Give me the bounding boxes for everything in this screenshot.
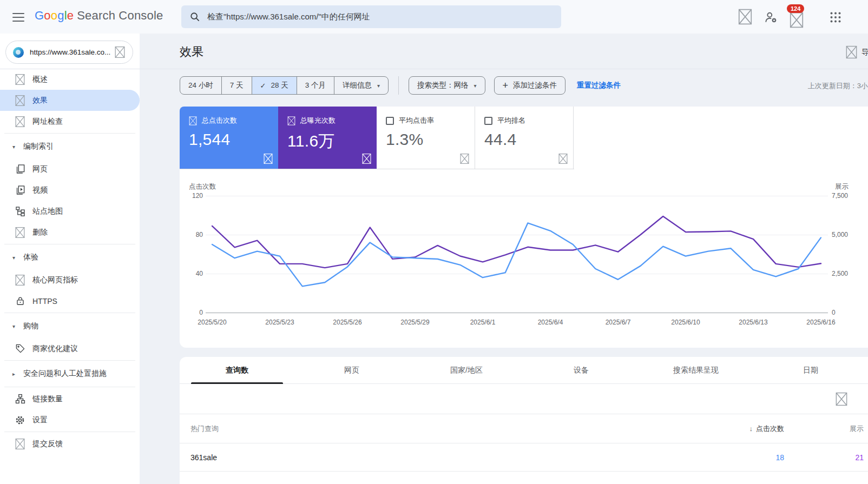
broken-image-icon — [15, 116, 25, 128]
sidebar-label: 链接数量 — [32, 394, 63, 404]
sidebar-item-performance[interactable]: 效果 — [0, 90, 140, 111]
sidebar-label: 概述 — [32, 75, 48, 84]
right-axis-tick: 2,500 — [832, 270, 864, 277]
tab-dates[interactable]: 日期 — [753, 357, 868, 383]
range-28d-button[interactable]: ✓28 天 — [252, 76, 297, 95]
clicks-cell: 18 — [698, 453, 784, 462]
sitemap-icon — [15, 206, 25, 216]
sidebar-section-label: 编制索引 — [23, 142, 54, 151]
clicks-column-header[interactable]: ↓点击次数 — [698, 424, 784, 434]
broken-image-help-icon[interactable] — [460, 153, 469, 164]
broken-image-help-icon[interactable] — [558, 153, 568, 164]
left-axis-tick: 0 — [180, 309, 203, 316]
notification-count-badge: 124 — [787, 4, 804, 13]
sidebar-label: HTTPS — [32, 297, 57, 306]
broken-image-icon[interactable] — [738, 9, 752, 25]
average-ctr-card[interactable]: 平均点击率 1.3% — [377, 107, 475, 169]
performance-chart[interactable]: 点击次数 展示 120 80 40 0 7,500 5,000 2,500 0 … — [180, 169, 868, 348]
sidebar-section-shopping[interactable]: ▾ 购物 — [0, 314, 140, 338]
reset-filters-link[interactable]: 重置过滤条件 — [577, 81, 621, 90]
check-icon: ✓ — [260, 82, 266, 90]
range-detail-button[interactable]: 详细信息▾ — [334, 76, 389, 95]
broken-image-icon — [15, 438, 25, 450]
tab-countries[interactable]: 国家/地区 — [409, 357, 524, 383]
add-filter-button[interactable]: +添加过滤条件 — [494, 76, 566, 95]
sidebar-label: 提交反馈 — [32, 439, 63, 449]
sidebar-item-overview[interactable]: 概述 — [0, 69, 140, 90]
broken-image-checkbox-icon — [287, 116, 295, 125]
search-type-button[interactable]: 搜索类型：网络▾ — [409, 76, 485, 95]
impressions-column-header[interactable]: 展示 — [784, 424, 868, 434]
card-label: 平均排名 — [497, 116, 525, 125]
sidebar-item-sitemaps[interactable]: 站点地图 — [0, 201, 140, 222]
impressions-line — [212, 216, 821, 268]
sidebar: https://www.361sale.co... 概述 效果 网址检查 ▾ 编… — [0, 34, 140, 484]
sidebar-item-feedback[interactable]: 提交反馈 — [0, 433, 140, 454]
sidebar-item-https[interactable]: HTTPS — [0, 290, 140, 311]
x-axis-tick: 2025/6/10 — [661, 319, 710, 326]
broken-image-notification-icon[interactable] — [790, 12, 804, 28]
average-position-card[interactable]: 平均排名 44.4 — [475, 107, 574, 169]
sidebar-section-experience[interactable]: ▾ 体验 — [0, 246, 140, 269]
sidebar-divider — [4, 432, 135, 432]
total-clicks-card[interactable]: 总点击次数 1,544 — [180, 107, 278, 169]
range-3m-button[interactable]: 3 个月 — [297, 76, 334, 95]
x-axis-tick: 2025/5/20 — [188, 319, 236, 326]
query-column-header[interactable]: 热门查询 — [190, 424, 698, 434]
sidebar-item-merchant-suggestions[interactable]: 商家优化建议 — [0, 338, 140, 359]
sidebar-item-settings[interactable]: 设置 — [0, 409, 140, 430]
broken-image-dropdown-icon — [115, 46, 125, 58]
range-24h-button[interactable]: 24 小时 — [180, 76, 222, 95]
video-pages-icon — [15, 185, 25, 195]
header-divider — [0, 69, 868, 69]
user-settings-icon[interactable] — [764, 10, 778, 24]
tab-devices[interactable]: 设备 — [524, 357, 639, 383]
tab-search-appearance[interactable]: 搜索结果呈现 — [639, 357, 753, 383]
sidebar-item-links[interactable]: 链接数量 — [0, 388, 140, 409]
sidebar-section-label: 体验 — [23, 253, 38, 262]
google-apps-grid-icon[interactable] — [829, 11, 842, 24]
search-icon — [190, 12, 200, 22]
x-axis-tick: 2025/6/1 — [458, 319, 507, 326]
impressions-cell: 21 — [784, 453, 868, 462]
app-logo[interactable]: GoogleSearch Console — [35, 9, 163, 23]
sidebar-section-security[interactable]: ▸ 安全问题和人工处置措施 — [0, 362, 140, 386]
broken-image-icon — [15, 274, 25, 286]
sidebar-label: 核心网页指标 — [32, 275, 78, 285]
property-selector[interactable]: https://www.361sale.co... — [5, 41, 133, 64]
plus-icon: + — [503, 80, 509, 91]
tab-pages[interactable]: 网页 — [294, 357, 409, 383]
total-impressions-card[interactable]: 总曝光次数 11.6万 — [278, 107, 377, 169]
export-button[interactable]: 导 — [846, 45, 868, 59]
sidebar-section-indexing[interactable]: ▾ 编制索引 — [0, 135, 140, 158]
card-label: 平均点击率 — [399, 116, 434, 125]
broken-image-icon — [15, 74, 25, 85]
chevron-right-icon: ▸ — [12, 371, 18, 377]
search-placeholder: 检查"https://www.361sale.com/"中的任何网址 — [207, 12, 370, 22]
sidebar-item-url-inspection[interactable]: 网址检查 — [0, 111, 140, 132]
broken-image-filter-icon[interactable] — [836, 392, 847, 406]
broken-image-help-icon[interactable] — [264, 153, 273, 164]
sidebar-item-videos[interactable]: 视频 — [0, 180, 140, 201]
gear-icon — [15, 415, 25, 426]
tab-queries[interactable]: 查询数 — [180, 357, 294, 383]
position-checkbox[interactable] — [484, 117, 492, 125]
chevron-down-icon: ▾ — [12, 144, 18, 150]
table-row[interactable]: 361sale 18 21 — [180, 443, 868, 472]
performance-panel: 总点击次数 1,544 总曝光次数 11.6万 平均点击率 1.3% — [180, 107, 868, 348]
sidebar-item-core-web-vitals[interactable]: 核心网页指标 — [0, 269, 140, 290]
sidebar-item-pages[interactable]: 网页 — [0, 158, 140, 180]
broken-image-help-icon[interactable] — [362, 153, 371, 164]
url-inspect-search-input[interactable]: 检查"https://www.361sale.com/"中的任何网址 — [181, 5, 561, 28]
hamburger-menu-icon[interactable] — [11, 10, 25, 23]
sidebar-divider — [4, 244, 135, 244]
query-cell[interactable]: 361sale — [190, 453, 698, 462]
sidebar-label: 设置 — [32, 415, 48, 425]
sidebar-label: 网页 — [32, 164, 48, 174]
right-axis-title: 展示 — [835, 182, 849, 191]
range-7d-button[interactable]: 7 天 — [221, 76, 252, 95]
sidebar-label: 站点地图 — [32, 207, 63, 216]
sidebar-item-removals[interactable]: 删除 — [0, 222, 140, 243]
ctr-checkbox[interactable] — [386, 117, 394, 125]
right-axis-tick: 5,000 — [832, 231, 864, 238]
